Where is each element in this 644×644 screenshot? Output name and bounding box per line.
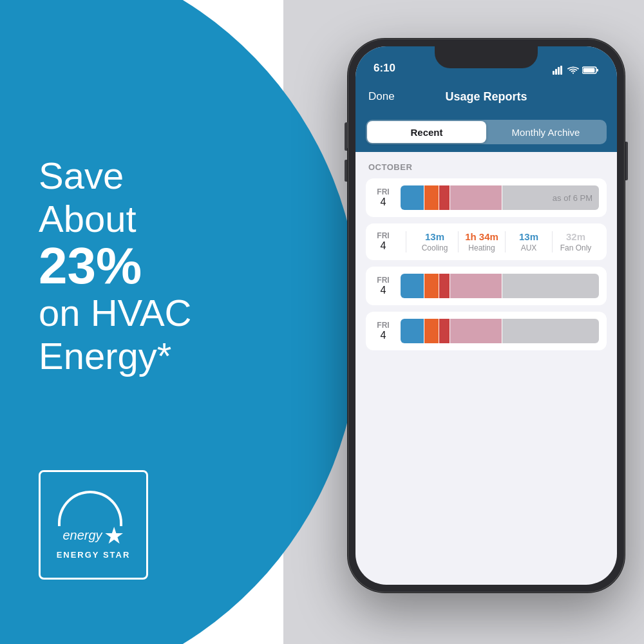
nav-title: Usage Reports	[445, 90, 527, 104]
bar-aux	[439, 185, 450, 210]
stat-divider	[406, 231, 406, 252]
phone-screen: 6:10	[355, 46, 617, 585]
energy-star-label: ENERGY STAR	[57, 550, 131, 560]
bar-remainder	[502, 274, 599, 298]
svg-rect-0	[553, 71, 554, 75]
bar-chart: as of 6 PM	[401, 185, 599, 210]
phone-container: 6:10	[348, 39, 625, 592]
bar-heating	[424, 185, 439, 210]
status-icons	[553, 66, 599, 75]
svg-rect-5	[583, 68, 595, 73]
table-row[interactable]: FRI 4 13m Cooling 1h 34m Heating	[366, 223, 607, 260]
segment-inner: Recent Monthly Archive	[366, 120, 607, 144]
done-button[interactable]: Done	[368, 90, 395, 103]
status-bar: 6:10	[355, 46, 617, 80]
volume-down-button	[345, 160, 347, 182]
phone-shell: 6:10	[348, 39, 625, 592]
segment-control: Recent Monthly Archive	[355, 113, 617, 152]
day-label: FRI 4	[374, 276, 393, 296]
content-area: OCTOBER FRI 4 as of 6 PM	[355, 152, 617, 350]
bar-aux	[439, 319, 450, 343]
day-label: FRI 4	[374, 187, 393, 208]
wifi-icon	[567, 66, 579, 75]
energy-star-arc	[58, 491, 122, 526]
section-month: OCTOBER	[366, 162, 607, 172]
tab-recent[interactable]: Recent	[367, 121, 486, 143]
energy-star-star: ★	[104, 524, 124, 547]
bar-pink	[450, 185, 502, 210]
stat-heating: 1h 34m Heating	[459, 231, 505, 252]
battery-icon	[582, 66, 599, 75]
energy-star-badge: energy ★ ENERGY STAR	[39, 470, 148, 580]
left-panel: Save About 23% on HVAC Energy*	[39, 155, 191, 378]
bar-heating	[424, 319, 439, 343]
nav-bar: Done Usage Reports	[355, 80, 617, 113]
stat-fan: 32m Fan Only	[553, 231, 599, 252]
as-of-label: as of 6 PM	[553, 193, 592, 203]
tab-monthly-archive[interactable]: Monthly Archive	[486, 121, 605, 143]
bar-cooling	[401, 274, 424, 298]
table-row[interactable]: FRI 4	[366, 267, 607, 305]
bar-pink	[450, 319, 502, 343]
save-line1: Save About	[39, 155, 191, 240]
percent-text: 23%	[39, 240, 191, 292]
notch	[435, 46, 538, 68]
bar-remainder	[502, 319, 599, 343]
svg-rect-6	[597, 69, 599, 71]
signal-icon	[553, 66, 564, 75]
bar-chart	[401, 319, 599, 343]
table-row[interactable]: FRI 4	[366, 312, 607, 350]
status-time: 6:10	[374, 62, 395, 75]
bar-cooling	[401, 319, 424, 343]
svg-rect-2	[558, 67, 560, 75]
bar-remainder: as of 6 PM	[502, 185, 599, 210]
power-button	[625, 142, 628, 180]
svg-rect-3	[560, 66, 562, 75]
day-label: FRI 4	[374, 321, 393, 341]
volume-up-button	[345, 129, 347, 151]
bar-aux	[439, 274, 450, 298]
bar-chart	[401, 274, 599, 298]
stat-aux: 13m AUX	[506, 231, 552, 252]
bar-pink	[450, 274, 502, 298]
day-label: FRI 4	[374, 231, 393, 252]
stat-cooling: 13m Cooling	[412, 231, 458, 252]
bar-heating	[424, 274, 439, 298]
bar-cooling	[401, 185, 424, 210]
energy-word-text: energy	[62, 528, 102, 543]
svg-rect-1	[555, 69, 557, 75]
table-row[interactable]: FRI 4 as of 6 PM	[366, 178, 607, 217]
hvac-text: on HVAC Energy*	[39, 292, 191, 377]
